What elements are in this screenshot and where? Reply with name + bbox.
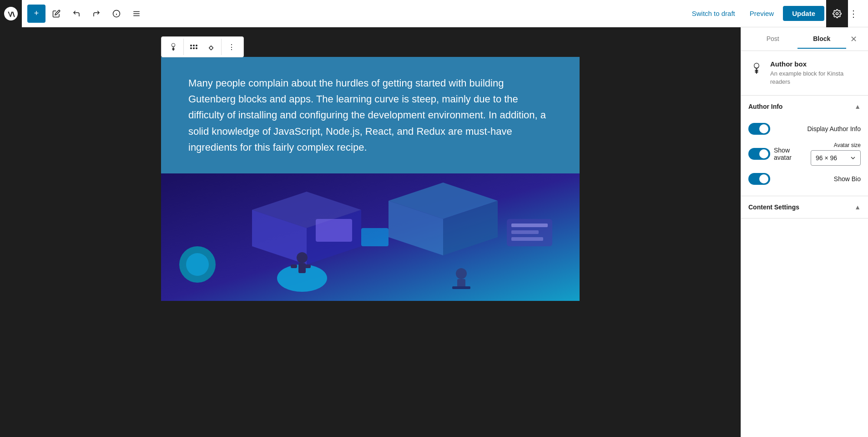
switch-to-draft-button[interactable]: Switch to draft [686, 6, 741, 21]
display-author-info-label: Display Author Info [807, 125, 861, 132]
svg-rect-23 [452, 286, 470, 289]
content-settings-chevron-icon: ▲ [854, 203, 861, 211]
block-type-button[interactable] [165, 39, 182, 55]
svg-rect-20 [304, 264, 311, 268]
svg-point-25 [186, 253, 209, 276]
svg-rect-27 [511, 224, 548, 227]
main-area: ⋮ Many people complain about the hurdles… [0, 27, 868, 437]
block-info-section: Author box An example block for Kinsta r… [741, 51, 868, 96]
svg-rect-28 [511, 230, 539, 234]
svg-rect-18 [298, 263, 306, 273]
editor-area: ⋮ Many people complain about the hurdles… [0, 27, 741, 437]
sidebar-tabs: Post Block ✕ [741, 27, 868, 51]
content-settings-panel-header[interactable]: Content Settings ▲ [741, 196, 868, 218]
show-bio-row: Show Bio [748, 169, 861, 188]
tab-block[interactable]: Block [797, 30, 847, 49]
info-button[interactable] [107, 5, 126, 23]
avatar-size-label: Avatar size [834, 142, 861, 148]
show-bio-toggle[interactable] [748, 173, 770, 185]
content-settings-label: Content Settings [748, 203, 799, 211]
author-info-panel-body: Display Author Info Show avatar Avatar s… [741, 117, 868, 196]
avatar-size-group: Avatar size 48 × 48 96 × 96 128 × 128 25… [811, 142, 861, 166]
update-button[interactable]: Update [783, 6, 824, 21]
block-paragraph: Many people complain about the hurdles o… [188, 75, 552, 155]
content-settings-panel: Content Settings ▲ [741, 196, 868, 218]
image-block [161, 173, 580, 301]
image-placeholder [161, 173, 580, 301]
preview-button[interactable]: Preview [744, 6, 779, 21]
show-avatar-label: Show avatar [774, 147, 807, 161]
editor-block-wrap: ⋮ Many people complain about the hurdles… [161, 36, 580, 301]
svg-rect-19 [291, 264, 297, 268]
list-view-button[interactable] [127, 5, 146, 23]
main-toolbar: + Switch to draft [0, 0, 868, 27]
drag-icon [190, 45, 197, 49]
display-author-info-toggle[interactable] [748, 123, 770, 135]
author-info-panel-header[interactable]: Author Info ▲ [741, 96, 868, 117]
block-description: An example block for Kinsta readers [770, 70, 861, 86]
block-toolbar: ⋮ [161, 36, 244, 57]
add-block-button[interactable]: + [27, 5, 45, 23]
show-avatar-toggle[interactable] [748, 148, 770, 160]
redo-button[interactable] [87, 5, 106, 23]
drag-handle-group [184, 39, 222, 55]
drag-handle-button[interactable] [186, 39, 202, 55]
block-info-text: Author box An example block for Kinsta r… [770, 60, 861, 86]
svg-point-21 [456, 268, 467, 279]
svg-rect-29 [511, 237, 543, 241]
avatar-size-select[interactable]: 48 × 48 96 × 96 128 × 128 256 × 256 [811, 150, 861, 166]
svg-point-6 [836, 12, 838, 15]
edit-tool-button[interactable] [47, 5, 66, 23]
block-name: Author box [770, 60, 861, 68]
svg-rect-14 [316, 219, 352, 242]
show-avatar-row: Show avatar Avatar size 48 × 48 96 × 96 … [748, 138, 861, 169]
show-bio-label: Show Bio [834, 175, 861, 183]
block-options-group: ⋮ [222, 39, 242, 55]
avatar-left: Show avatar [748, 147, 807, 161]
sidebar: Post Block ✕ Author box An example block… [741, 27, 868, 437]
author-info-label: Author Info [748, 103, 782, 110]
block-icon [748, 60, 765, 76]
svg-point-17 [297, 252, 308, 263]
undo-button[interactable] [67, 5, 86, 23]
more-options-button[interactable]: ⋮ [844, 5, 863, 23]
block-toolbar-wrap: ⋮ [161, 36, 580, 57]
display-author-info-row: Display Author Info [748, 119, 861, 138]
author-info-chevron-icon: ▲ [854, 103, 861, 110]
wp-logo [0, 0, 22, 27]
content-block: Many people complain about the hurdles o… [161, 57, 580, 173]
sidebar-close-button[interactable]: ✕ [846, 32, 861, 46]
author-info-panel: Author Info ▲ Display Author Info [741, 96, 868, 196]
block-type-group [163, 39, 184, 55]
block-options-button[interactable]: ⋮ [223, 39, 240, 55]
tab-post[interactable]: Post [748, 30, 797, 49]
svg-rect-15 [361, 228, 389, 246]
move-up-down-button[interactable] [203, 39, 219, 55]
